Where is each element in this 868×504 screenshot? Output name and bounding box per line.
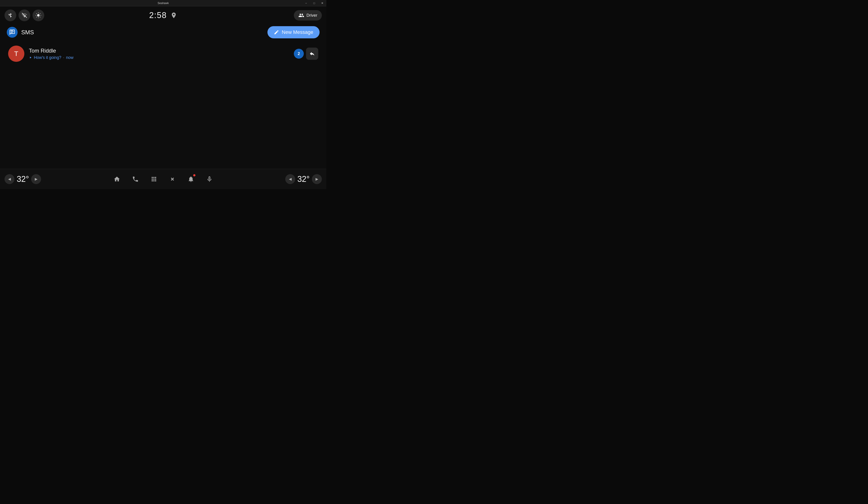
mic-icon [206, 176, 213, 182]
notification-dot [193, 174, 195, 176]
temp-right-decrease-button[interactable]: ◀ [285, 174, 295, 184]
home-icon [114, 176, 120, 182]
temp-left-value: 32° [17, 175, 29, 184]
maximize-button[interactable]: □ [310, 0, 318, 6]
svg-point-2 [37, 14, 40, 17]
svg-text:*: * [8, 13, 10, 18]
temp-left: ◀ 32° ▶ [4, 174, 41, 184]
close-button[interactable]: ✕ [318, 0, 326, 6]
sms-app-icon [7, 27, 18, 38]
main-content: * [0, 6, 326, 189]
new-message-label: New Message [282, 29, 313, 35]
message-content: Tom Riddle How's it going? · now [29, 48, 294, 60]
svg-rect-11 [11, 32, 14, 32]
pencil-icon [274, 30, 279, 35]
phone-icon [132, 176, 139, 182]
home-button[interactable] [111, 173, 123, 185]
message-preview: How's it going? · now [29, 55, 294, 60]
preview-text: How's it going? [34, 55, 61, 60]
wifi-button[interactable] [19, 10, 30, 21]
people-icon [298, 12, 304, 18]
bluetooth-icon: * [8, 13, 13, 18]
phone-button[interactable] [130, 173, 141, 185]
separator: · [63, 55, 64, 60]
minimize-button[interactable]: − [302, 0, 310, 6]
unread-badge: 2 [294, 49, 304, 59]
svg-line-10 [40, 13, 40, 14]
brightness-button[interactable] [32, 10, 44, 21]
svg-rect-12 [11, 32, 13, 33]
temp-right-right-arrow-icon: ▶ [316, 177, 318, 181]
driver-label: Driver [307, 13, 317, 18]
temp-left-increase-button[interactable]: ▶ [31, 174, 41, 184]
fan-button[interactable] [167, 173, 178, 185]
message-actions: 2 [294, 48, 318, 60]
svg-point-14 [172, 179, 173, 180]
grid-icon [151, 176, 157, 182]
driver-button[interactable]: Driver [294, 10, 322, 21]
wifi-icon [21, 12, 27, 18]
app-title-area: SMS [7, 27, 34, 38]
right-arrow-icon: ▶ [35, 177, 38, 181]
app-title: SMS [21, 29, 34, 36]
messages-list: T Tom Riddle How's it going? · now 2 [0, 40, 326, 169]
temp-right-left-arrow-icon: ◀ [289, 177, 292, 181]
bell-button[interactable] [185, 173, 197, 185]
avatar-letter: T [14, 50, 18, 57]
center-status: 2:58 [149, 11, 177, 20]
svg-line-5 [37, 13, 37, 14]
contact-name: Tom Riddle [29, 48, 294, 54]
status-icons: * [4, 10, 44, 21]
bottom-nav: ◀ 32° ▶ [0, 169, 326, 189]
grid-button[interactable] [148, 173, 160, 185]
reply-icon [309, 51, 315, 56]
nav-center [111, 173, 215, 185]
svg-line-6 [40, 17, 40, 17]
window-controls: − □ ✕ [302, 0, 326, 6]
left-arrow-icon: ◀ [8, 177, 11, 181]
temp-right-increase-button[interactable]: ▶ [312, 174, 322, 184]
title-bar: Seahawk − □ ✕ [0, 0, 326, 6]
svg-rect-13 [11, 30, 13, 31]
window-title: Seahawk [157, 2, 168, 5]
temp-left-decrease-button[interactable]: ◀ [4, 174, 14, 184]
bluetooth-button[interactable]: * [4, 10, 16, 21]
status-bar: * [0, 6, 326, 24]
brightness-icon [35, 12, 41, 18]
temp-right-value: 32° [298, 175, 310, 184]
chat-icon [9, 29, 16, 35]
app-header: SMS New Message [0, 24, 326, 40]
fan-icon [169, 176, 176, 182]
temp-right: ◀ 32° ▶ [285, 174, 322, 184]
svg-line-9 [37, 17, 37, 17]
message-time: now [66, 55, 74, 60]
bell-icon [187, 176, 194, 182]
new-message-button[interactable]: New Message [267, 26, 320, 38]
reply-button[interactable] [306, 48, 318, 60]
contact-avatar: T [8, 45, 24, 62]
time-display: 2:58 [149, 11, 167, 20]
location-icon [170, 12, 177, 19]
message-item[interactable]: T Tom Riddle How's it going? · now 2 [4, 42, 322, 65]
mic-button[interactable] [204, 173, 215, 185]
play-icon [29, 56, 32, 59]
